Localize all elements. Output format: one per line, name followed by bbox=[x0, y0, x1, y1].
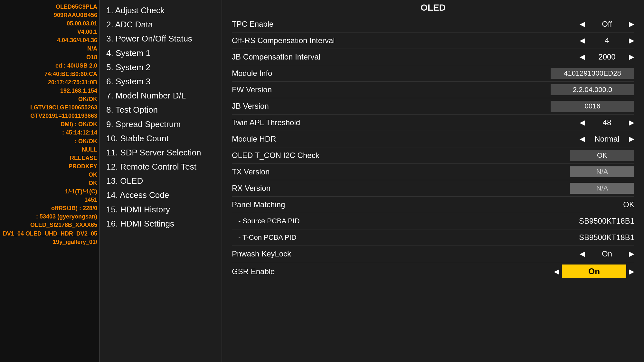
right-arrow-btn[interactable]: ▶ bbox=[629, 53, 634, 61]
info-line: : 45:14:12:14 bbox=[2, 128, 97, 137]
menu-item[interactable]: 11. SDP Server Selection bbox=[106, 145, 215, 160]
left-arrow-btn[interactable]: ◀ bbox=[580, 36, 585, 45]
setting-value-area: ◀4▶ bbox=[580, 36, 634, 45]
right-arrow-btn[interactable]: ▶ bbox=[629, 36, 634, 45]
setting-value: 48 bbox=[588, 118, 626, 127]
setting-value-area: 0016 bbox=[551, 101, 634, 112]
right-arrow-btn[interactable]: ▶ bbox=[629, 250, 634, 258]
info-line: PRODKEY bbox=[2, 162, 97, 171]
setting-row: JB Version0016 bbox=[229, 99, 638, 114]
value-plain: SB9500KT18B1 bbox=[579, 217, 634, 226]
info-line: O18 bbox=[2, 53, 97, 61]
info-line: NULL bbox=[2, 145, 97, 154]
left-arrow-btn[interactable]: ◀ bbox=[580, 135, 585, 143]
setting-value-area: N/A bbox=[570, 183, 634, 194]
value-plain: SB9500KT18B1 bbox=[579, 233, 634, 242]
info-line: GTV20191=11001193663 bbox=[2, 112, 97, 120]
setting-value-area: ◀2000▶ bbox=[580, 52, 634, 61]
setting-value: On bbox=[588, 249, 626, 258]
info-line: OK/OK bbox=[2, 95, 97, 103]
setting-value-area: ◀48▶ bbox=[580, 118, 634, 127]
setting-value-area: ◀On▶ bbox=[554, 265, 634, 278]
menu-item[interactable]: 5. System 2 bbox=[106, 60, 215, 74]
value-ok: OK bbox=[570, 150, 634, 161]
setting-label: Module HDR bbox=[232, 135, 276, 144]
menu-item[interactable]: 10. Stable Count bbox=[106, 131, 215, 145]
menu-item[interactable]: 7. Model Number D/L bbox=[106, 88, 215, 103]
info-line: V4.00.1 bbox=[2, 28, 97, 36]
menu-item[interactable]: 14. Access Code bbox=[106, 188, 215, 202]
setting-value-area: SB9500KT18B1 bbox=[579, 217, 634, 226]
info-line: DV1_04 OLED_UHD_HDR_DV2_05 bbox=[2, 229, 97, 238]
left-arrow-btn[interactable]: ◀ bbox=[580, 250, 585, 258]
setting-label: Twin APL Threshold bbox=[232, 118, 300, 127]
setting-label: RX Version bbox=[232, 184, 270, 193]
info-line: offRS/JB) : 228/0 bbox=[2, 204, 97, 212]
menu-item[interactable]: 3. Power On/Off Status bbox=[106, 32, 215, 46]
info-line: 20:17:42:75:31:0B bbox=[2, 78, 97, 87]
info-line: OLED_SI2178B_XXXX65 bbox=[2, 221, 97, 229]
setting-row: RX VersionN/A bbox=[229, 181, 638, 196]
value-box: 2.2.04.000.0 bbox=[551, 84, 634, 95]
setting-row: - Source PCBA PIDSB9500KT18B1 bbox=[229, 214, 638, 228]
left-info-panel: OLED65C9PLA909RAAU0B45605.00.03.01V4.00.… bbox=[0, 0, 100, 362]
setting-row: TPC Enable◀Off▶ bbox=[229, 17, 638, 32]
setting-label: Module Info bbox=[232, 69, 272, 78]
menu-item[interactable]: 2. ADC Data bbox=[106, 17, 215, 32]
setting-value: Off bbox=[588, 20, 626, 29]
info-line: 1451 bbox=[2, 196, 97, 204]
setting-value-area: OK bbox=[623, 200, 634, 209]
menu-item[interactable]: 4. System 1 bbox=[106, 46, 215, 60]
setting-value-area: ◀Off▶ bbox=[580, 20, 634, 29]
menu-item[interactable]: 6. System 3 bbox=[106, 74, 215, 88]
left-arrow-btn[interactable]: ◀ bbox=[580, 118, 585, 127]
info-line: : OK/OK bbox=[2, 137, 97, 145]
value-box: 4101291300ED28 bbox=[551, 68, 634, 79]
settings-panel: OLED TPC Enable◀Off▶Off-RS Compensation … bbox=[222, 0, 644, 362]
menu-item[interactable]: 15. HDMI History bbox=[106, 202, 215, 217]
right-arrow-btn[interactable]: ▶ bbox=[629, 135, 634, 143]
right-arrow-btn[interactable]: ▶ bbox=[629, 20, 634, 28]
value-highlighted: On bbox=[562, 265, 626, 278]
info-line: 4.04.36/4.04.36 bbox=[2, 36, 97, 44]
info-line: RELEASE bbox=[2, 154, 97, 162]
setting-value-area: OK bbox=[570, 150, 634, 161]
left-arrow-btn[interactable]: ◀ bbox=[580, 53, 585, 61]
value-box: 0016 bbox=[551, 101, 634, 112]
setting-value-area: ◀Normal▶ bbox=[580, 135, 634, 144]
setting-row: TX VersionN/A bbox=[229, 164, 638, 179]
setting-value-area: 2.2.04.000.0 bbox=[551, 84, 634, 95]
menu-item[interactable]: 8. Test Option bbox=[106, 103, 215, 117]
setting-row: FW Version2.2.04.000.0 bbox=[229, 82, 638, 97]
left-arrow-btn[interactable]: ◀ bbox=[580, 20, 585, 28]
setting-label: OLED T_CON I2C Check bbox=[232, 151, 319, 160]
info-line: ed : 40/USB 2.0 bbox=[2, 61, 97, 70]
right-arrow-btn[interactable]: ▶ bbox=[629, 118, 634, 127]
info-line: 192.168.1.154 bbox=[2, 87, 97, 95]
info-line: : 53403 (gyeryongsan) bbox=[2, 212, 97, 221]
menu-item[interactable]: 16. HDMI Settings bbox=[106, 217, 215, 231]
info-line: 1/-1(T)/-1(C) bbox=[2, 187, 97, 196]
value-plain: OK bbox=[623, 200, 634, 209]
menu-item[interactable]: 9. Spread Spectrum bbox=[106, 117, 215, 131]
setting-value-area: SB9500KT18B1 bbox=[579, 233, 634, 242]
info-line: N/A bbox=[2, 44, 97, 53]
menu-item[interactable]: 1. Adjust Check bbox=[106, 3, 215, 17]
setting-value: Normal bbox=[588, 135, 626, 144]
menu-item[interactable]: 12. Remote Control Test bbox=[106, 160, 215, 174]
info-line: 74:40:BE:B0:60:CA bbox=[2, 70, 97, 78]
setting-row: Off-RS Compensation Interval◀4▶ bbox=[229, 33, 638, 48]
info-line: 909RAAU0B456 bbox=[2, 11, 97, 19]
menu-panel: 1. Adjust Check2. ADC Data3. Power On/Of… bbox=[100, 0, 222, 362]
setting-label: TX Version bbox=[232, 167, 270, 176]
setting-label: Off-RS Compensation Interval bbox=[232, 36, 335, 45]
right-arrow-btn[interactable]: ▶ bbox=[629, 267, 634, 276]
setting-row: Twin APL Threshold◀48▶ bbox=[229, 115, 638, 130]
left-arrow-btn[interactable]: ◀ bbox=[554, 267, 559, 276]
info-line: OK bbox=[2, 171, 97, 179]
setting-label: - T-Con PCBA PID bbox=[232, 233, 297, 242]
setting-value-area: ◀On▶ bbox=[580, 249, 634, 258]
setting-value: 4 bbox=[588, 36, 626, 45]
menu-item[interactable]: 13. OLED bbox=[106, 174, 215, 188]
setting-value: 2000 bbox=[588, 52, 626, 61]
